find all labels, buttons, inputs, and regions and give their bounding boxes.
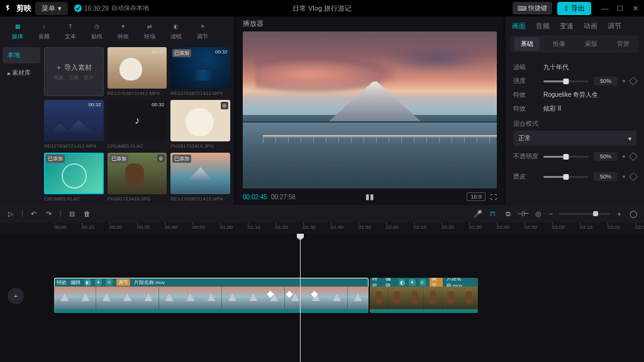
props-tab[interactable]: 音频 [536, 21, 550, 31]
import-media-card[interactable]: ＋ 导入素材视频、音频、图片 [44, 47, 104, 96]
media-item[interactable]: 已添加⊕PH281723419.JPG [108, 153, 167, 202]
import-button[interactable]: ＋ 导入素材视频、音频、图片 [44, 47, 104, 96]
clip-filter-icon[interactable]: ◐ [84, 279, 91, 286]
zoom-in-icon[interactable]: ＋ [616, 209, 623, 219]
clip-adjust-icon[interactable]: ≡ [419, 279, 426, 286]
zoom-out-icon[interactable]: − [549, 210, 553, 217]
added-tag: 已添加 [109, 155, 128, 163]
delete-icon[interactable]: 🗑 [83, 209, 92, 218]
media-item[interactable]: 00:32RE127838721412.MP4 [108, 47, 167, 96]
timeline-clip[interactable]: 特效编辑 ◐ ✦ ≡ 调节 片段名称.mov [370, 278, 478, 313]
blend-mode-dropdown[interactable]: 正常▾ [513, 131, 636, 146]
props-tab[interactable]: 调节 [608, 21, 621, 31]
clip-filter-icon[interactable]: ◐ [399, 279, 405, 286]
intensity-value[interactable]: 50% [594, 77, 618, 85]
timeline-clip[interactable]: 特效编辑 ◐ ✦ ≡ 调节 片段名称.mov [54, 278, 369, 313]
media-thumb[interactable]: ⊕ [170, 100, 230, 141]
playhead[interactable] [300, 234, 301, 362]
media-thumb[interactable]: 00:32 [44, 100, 104, 141]
redo-icon[interactable]: ↷ [45, 209, 53, 218]
menu-dropdown[interactable]: 菜单▾ [35, 2, 68, 15]
timeline-ruler[interactable]: 00:0000:1000:2000:3000:4000:5001:0001:10… [0, 222, 644, 234]
media-item[interactable]: 00:32RE127838721412.MP4 [44, 100, 104, 149]
media-item[interactable]: 00:32♪CRUMBS.FLAC [108, 100, 167, 149]
reset-dot-icon[interactable] [623, 80, 625, 82]
sharpen-value[interactable]: 50% [594, 172, 618, 181]
close-button[interactable]: ✕ [631, 4, 639, 13]
add-icon[interactable]: ⊕ [157, 155, 165, 162]
clip-fx-icon[interactable]: ✦ [409, 279, 415, 286]
media-tab-2[interactable]: T文本 [58, 19, 83, 43]
media-thumb[interactable]: 已添加⊕ [108, 153, 167, 194]
ruler-tick: 03:10 [580, 224, 592, 230]
props-tab[interactable]: 变速 [560, 21, 574, 31]
mic-icon[interactable]: 🎤 [474, 209, 482, 218]
add-icon[interactable]: ⊕ [221, 102, 228, 109]
timeline-zoom-slider[interactable] [559, 213, 609, 215]
props-tab[interactable]: 动画 [584, 21, 597, 31]
media-sidebar-item[interactable]: 本地 [3, 47, 40, 63]
opacity-value[interactable]: 50% [594, 152, 618, 161]
link-icon[interactable]: ⧉ [504, 209, 513, 218]
media-item[interactable]: 已添加RE127838721412.MP4 [170, 153, 230, 202]
play-pause-button[interactable]: ▮▮ [365, 192, 374, 201]
fullscreen-button[interactable]: ⛶ [491, 194, 497, 200]
media-tab-6[interactable]: ◐滤镜 [164, 19, 189, 43]
aspect-ratio-selector[interactable]: 16:9 [467, 192, 486, 201]
reset-dot-icon[interactable] [623, 175, 625, 178]
effect1-value[interactable]: Roguelike 奇异人生 [543, 90, 598, 99]
ruler-tick: 02:20 [441, 224, 454, 230]
sharpen-slider[interactable] [543, 176, 589, 178]
media-tab-1[interactable]: ♪音频 [31, 19, 57, 43]
preview-cut-icon[interactable]: ⊣⊢ [519, 209, 528, 218]
effect2-value[interactable]: 炫彩 II [543, 104, 561, 113]
media-thumb[interactable]: 已添加 [44, 153, 104, 194]
clip-fx-icon[interactable]: ✦ [95, 279, 102, 286]
zoom-fit-icon[interactable]: ◯ [629, 209, 638, 218]
ruler-tick: 00:10 [82, 224, 94, 230]
media-tab-7[interactable]: ☀调节 [190, 19, 215, 43]
add-track-button[interactable]: + [8, 288, 24, 304]
timeline-tracks[interactable]: + 特效编辑 ◐ ✦ ≡ 调节 片段名称.mov 特效编辑 ◐ ✦ ≡ 调节 [0, 234, 644, 362]
media-thumb[interactable]: 00:32 [108, 47, 167, 89]
media-item[interactable]: ⊕PH281723419.JPG [170, 100, 230, 149]
shortcuts-button[interactable]: ⌨快捷键 [513, 2, 552, 14]
keyframe-icon[interactable] [629, 172, 638, 181]
opacity-slider[interactable] [543, 156, 589, 158]
filter-value[interactable]: 九十年代 [543, 63, 569, 72]
media-thumb[interactable]: 已添加 [170, 153, 230, 194]
export-button[interactable]: ⇧导出 [557, 2, 591, 15]
clip-adjust-icon[interactable]: ≡ [106, 279, 113, 286]
chevron-right-icon: ▸ [8, 70, 11, 77]
split-icon[interactable]: ⊟ [68, 209, 77, 218]
props-subtab[interactable]: 背景 [611, 37, 636, 51]
media-item[interactable]: 已添加00:32RE127838721412.MP4 [170, 47, 230, 96]
maximize-button[interactable]: ☐ [616, 4, 624, 13]
props-tab[interactable]: 画面 [512, 21, 526, 31]
media-sidebar-item[interactable]: ▸素材库 [3, 65, 40, 81]
props-subtab[interactable]: 蒙版 [579, 37, 604, 51]
magnet-icon[interactable]: ⊓ [489, 209, 497, 218]
pointer-tool-icon[interactable]: ▷ [6, 209, 15, 218]
media-item[interactable]: 已添加CRUMBS.FLAC [44, 153, 104, 202]
settings-icon[interactable]: ◎ [534, 209, 543, 218]
intensity-slider[interactable] [543, 80, 589, 82]
minimize-button[interactable]: — [601, 4, 609, 13]
media-tab-5[interactable]: ⇄转场 [137, 19, 162, 43]
chevron-down-icon: ▾ [628, 135, 631, 142]
props-subtab[interactable]: 基础 [514, 37, 540, 51]
ruler-tick: 01:20 [275, 224, 288, 230]
reset-dot-icon[interactable] [623, 155, 625, 158]
preview-viewport[interactable] [243, 31, 497, 189]
media-filename: PH281723419.JPG [170, 143, 230, 149]
media-tab-0[interactable]: ▦媒体 [5, 19, 30, 43]
props-subtab[interactable]: 抠像 [547, 37, 572, 51]
undo-icon[interactable]: ↶ [30, 209, 38, 218]
media-thumb[interactable]: 已添加00:32 [170, 47, 230, 89]
keyframe-icon[interactable] [629, 152, 638, 161]
media-tab-4[interactable]: ✦特效 [111, 19, 136, 43]
media-thumb[interactable]: 00:32♪ [108, 100, 167, 141]
media-filename: RE127838721412.MP4 [170, 90, 230, 96]
keyframe-icon[interactable] [629, 77, 638, 85]
media-tab-3[interactable]: ◷贴纸 [84, 19, 109, 43]
